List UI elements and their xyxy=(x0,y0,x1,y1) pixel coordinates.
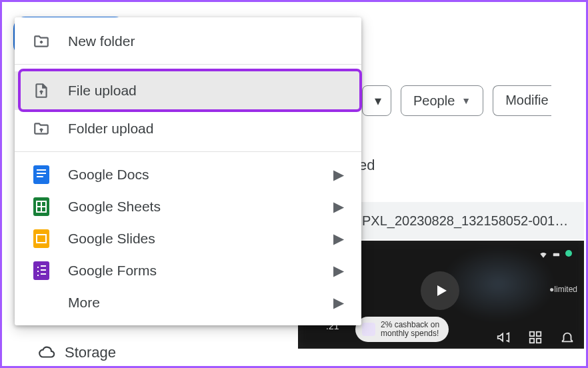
menu-label: Google Slides xyxy=(68,231,155,247)
menu-item-more[interactable]: More ▶ xyxy=(15,287,361,319)
caret-down-icon: ▼ xyxy=(461,95,471,106)
svg-rect-0 xyxy=(530,332,534,336)
menu-item-folder-upload[interactable]: Folder upload xyxy=(15,113,361,145)
new-folder-icon xyxy=(32,32,51,51)
megaphone-icon xyxy=(496,330,511,345)
menu-label: File upload xyxy=(68,83,137,99)
bell-icon xyxy=(560,330,575,345)
menu-label: Google Sheets xyxy=(68,199,161,215)
video-pill: 2% cashback on monthly spends! xyxy=(355,317,449,342)
menu-item-new-folder[interactable]: New folder xyxy=(15,25,361,57)
chip-label: People xyxy=(413,93,455,109)
status-dot-icon xyxy=(565,250,572,257)
blank-icon xyxy=(32,293,51,312)
cloud-icon xyxy=(38,344,55,361)
filter-chip-modified-partial[interactable]: Modifie xyxy=(493,85,551,116)
chip-label: Modifie xyxy=(505,93,548,107)
menu-separator xyxy=(15,64,361,65)
filter-chip-type-partial[interactable]: ▾ xyxy=(362,85,391,116)
menu-item-google-forms[interactable]: Google Forms ▶ xyxy=(15,255,361,287)
submenu-caret-icon: ▶ xyxy=(333,295,344,311)
svg-rect-4 xyxy=(553,253,559,257)
wifi-icon xyxy=(539,250,548,259)
svg-rect-1 xyxy=(537,332,541,336)
filter-chip-people[interactable]: People ▼ xyxy=(401,85,483,116)
menu-label: Google Docs xyxy=(68,167,149,183)
menu-item-google-slides[interactable]: Google Slides ▶ xyxy=(15,223,361,255)
video-tray-icons xyxy=(496,330,575,345)
battery-icon xyxy=(552,250,561,259)
svg-rect-2 xyxy=(530,339,534,343)
sidebar-item-storage[interactable]: Storage xyxy=(38,344,116,361)
file-name: PXL_20230828_132158052-001… xyxy=(362,213,568,229)
filter-chips: ▾ People ▼ Modifie xyxy=(362,85,551,116)
pill-line1: 2% cashback on xyxy=(381,321,439,329)
google-forms-icon xyxy=(32,261,51,280)
grid-icon xyxy=(528,330,543,345)
svg-rect-3 xyxy=(537,339,541,343)
menu-separator xyxy=(15,151,361,152)
menu-item-google-sheets[interactable]: Google Sheets ▶ xyxy=(15,191,361,223)
submenu-caret-icon: ▶ xyxy=(333,167,344,183)
new-context-menu: New folder File upload Folder upload Goo… xyxy=(15,17,361,325)
google-docs-icon xyxy=(32,165,51,184)
submenu-caret-icon: ▶ xyxy=(333,231,344,247)
menu-label: New folder xyxy=(68,33,135,49)
google-sheets-icon xyxy=(32,197,51,216)
status-bar-icons xyxy=(539,250,572,259)
sidebar-label: Storage xyxy=(65,344,116,361)
play-icon xyxy=(421,271,459,310)
file-upload-icon xyxy=(32,81,51,100)
caret-down-icon: ▾ xyxy=(375,93,381,109)
menu-item-google-docs[interactable]: Google Docs ▶ xyxy=(15,159,361,191)
video-overlay-text: ●limited xyxy=(549,285,577,294)
folder-upload-icon xyxy=(32,119,51,138)
menu-label: Folder upload xyxy=(68,121,153,137)
menu-label: Google Forms xyxy=(68,263,157,279)
submenu-caret-icon: ▶ xyxy=(333,199,344,215)
google-slides-icon xyxy=(32,229,51,248)
submenu-caret-icon: ▶ xyxy=(333,263,344,279)
pill-line2: monthly spends! xyxy=(381,329,439,338)
menu-label: More xyxy=(68,295,100,311)
menu-item-file-upload[interactable]: File upload xyxy=(15,71,361,110)
